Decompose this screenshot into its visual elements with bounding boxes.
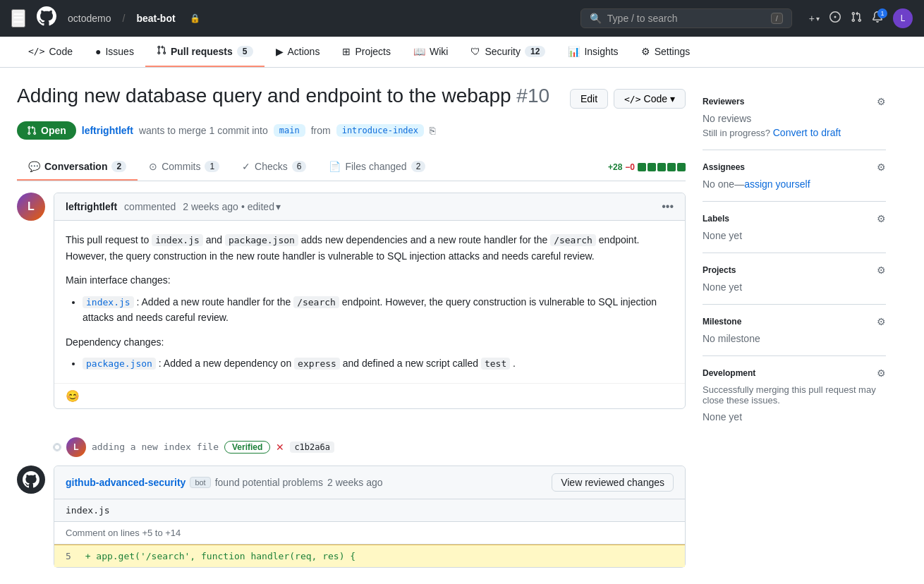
tab-conversation[interactable]: 💬 Conversation 2 xyxy=(17,154,138,181)
github-logo[interactable] xyxy=(37,6,56,30)
pr-author[interactable]: leftrightleft xyxy=(82,125,133,136)
commit-x-icon: ✕ xyxy=(276,442,284,453)
code-comment-lines: Comment on lines +5 to +14 xyxy=(54,522,685,545)
nav-wiki[interactable]: 📖 Wiki xyxy=(402,37,459,67)
sidebar-labels: Labels ⚙ None yet xyxy=(703,202,886,253)
bullet1-file[interactable]: index.js xyxy=(83,296,134,308)
issues-icon[interactable] xyxy=(829,11,841,25)
bot-comment-header: github-advanced-security bot found poten… xyxy=(54,466,685,499)
pr-tabs: 💬 Conversation 2 ⊙ Commits 1 ✓ Checks 6 … xyxy=(17,154,686,181)
projects-settings-icon[interactable]: ⚙ xyxy=(877,264,886,276)
comment-time: 2 weeks ago xyxy=(183,201,238,212)
projects-nav-icon: ⊞ xyxy=(342,46,351,57)
bullet2-code2: test xyxy=(481,358,510,370)
emoji-reaction-button[interactable]: 😊 xyxy=(66,389,80,403)
conversation-tab-icon: 💬 xyxy=(28,161,40,172)
dep-changes-heading: Dependency changes: xyxy=(66,334,674,350)
repo-name[interactable]: beat-bot xyxy=(136,13,175,24)
nav-insights[interactable]: 📊 Insights xyxy=(557,37,629,67)
diff-stats: +28 −0 xyxy=(608,162,686,172)
sidebar-reviewers: Reviewers ⚙ No reviews Still in progress… xyxy=(703,85,886,150)
timeline: L leftrightleft commented 2 weeks ago • … xyxy=(17,181,686,584)
code-button[interactable]: </> Code ▾ xyxy=(614,89,686,109)
comment-body: This pull request to index.js and packag… xyxy=(54,221,685,383)
reviewers-settings-icon[interactable]: ⚙ xyxy=(877,96,886,107)
pr-base-branch[interactable]: main xyxy=(274,124,305,137)
convert-to-draft-link[interactable]: Convert to draft xyxy=(773,127,841,138)
commit-hash[interactable]: c1b2a6a xyxy=(290,442,334,453)
nav-settings[interactable]: ⚙ Settings xyxy=(630,37,702,67)
nav-insights-label: Insights xyxy=(584,46,618,57)
top-nav: ☰ octodemo / beat-bot 🔒 🔍 Type / to sear… xyxy=(0,0,924,37)
tab-commits[interactable]: ⊙ Commits 1 xyxy=(138,154,231,181)
pr-head-branch[interactable]: introduce-index xyxy=(336,124,424,137)
bot-author[interactable]: github-advanced-security xyxy=(66,477,186,488)
checks-count: 6 xyxy=(292,161,307,172)
tab-checks[interactable]: ✓ Checks 6 xyxy=(231,154,317,181)
file1-code: index.js xyxy=(152,234,203,246)
development-sub-value: None yet xyxy=(703,411,886,422)
development-title: Development xyxy=(703,368,755,378)
milestone-title: Milestone xyxy=(703,317,741,327)
reviewers-title: Reviewers xyxy=(703,97,744,107)
sidebar-milestone: Milestone ⚙ No milestone xyxy=(703,305,886,356)
development-settings-icon[interactable]: ⚙ xyxy=(877,367,886,379)
milestone-settings-icon[interactable]: ⚙ xyxy=(877,316,886,327)
nav-projects[interactable]: ⊞ Projects xyxy=(331,37,402,67)
nav-actions[interactable]: ▶ Actions xyxy=(265,37,332,67)
search-bar[interactable]: 🔍 Type / to search / xyxy=(580,8,792,28)
sidebar-assignees: Assignees ⚙ No one—assign yourself xyxy=(703,150,886,202)
user-avatar[interactable]: L xyxy=(893,8,913,28)
nav-security[interactable]: 🛡 Security 12 xyxy=(459,37,557,67)
search-placeholder: Type / to search xyxy=(607,13,765,24)
notifications-icon[interactable]: 1 xyxy=(872,11,883,25)
files-tab-icon: 📄 xyxy=(329,161,341,172)
projects-value: None yet xyxy=(703,281,886,293)
development-value: Successfully merging this pull request m… xyxy=(703,384,886,406)
chevron-down-icon: ▾ xyxy=(276,201,281,212)
main-container: Adding new database query and endpoint t… xyxy=(0,68,903,584)
nav-pull-requests[interactable]: Pull requests 5 xyxy=(145,37,265,67)
copy-branch-icon[interactable]: ⎘ xyxy=(430,125,435,136)
comment-edited[interactable]: edited ▾ xyxy=(248,201,281,212)
bot-comment-box: github-advanced-security bot found poten… xyxy=(54,466,686,568)
comment-author[interactable]: leftrightleft xyxy=(66,201,117,212)
bot-action: found potential problems xyxy=(215,477,323,488)
nav-actions-label: Actions xyxy=(288,46,320,57)
bot-avatar xyxy=(17,466,45,494)
nav-issues-label: Issues xyxy=(105,46,133,57)
view-reviewed-changes-button[interactable]: View reviewed changes xyxy=(552,473,674,492)
labels-settings-icon[interactable]: ⚙ xyxy=(877,213,886,224)
diff-blocks xyxy=(638,163,686,171)
bullet1-code: /search xyxy=(293,296,339,308)
org-name[interactable]: octodemo xyxy=(68,13,111,24)
tab-files-changed[interactable]: 📄 Files changed 2 xyxy=(317,154,437,181)
diff-deletions: −0 xyxy=(625,162,635,172)
sidebar-development: Development ⚙ Successfully merging this … xyxy=(703,356,886,434)
bullet2-file[interactable]: package.json xyxy=(83,358,156,370)
issues-nav-icon: ● xyxy=(95,46,101,57)
nav-wiki-label: Wiki xyxy=(430,46,448,57)
diff-additions: +28 xyxy=(608,162,622,172)
pull-request-icon[interactable] xyxy=(851,11,862,25)
edit-button[interactable]: Edit xyxy=(570,89,608,109)
nav-code[interactable]: </> Code xyxy=(17,37,84,67)
code-snippet: 5 + app.get('/search', function handler(… xyxy=(54,545,685,567)
pr-count-badge: 5 xyxy=(237,46,253,57)
pr-number: #10 xyxy=(516,85,549,107)
pr-from-label: from xyxy=(311,125,331,136)
file2-code: package.json xyxy=(225,234,298,246)
comment-more-button[interactable]: ••• xyxy=(662,200,674,213)
reviewers-value: No reviews xyxy=(703,113,886,124)
assignees-settings-icon[interactable]: ⚙ xyxy=(877,162,886,173)
nav-issues[interactable]: ● Issues xyxy=(84,37,145,67)
repo-nav: </> Code ● Issues Pull requests 5 ▶ Acti… xyxy=(0,37,924,68)
timeline-item-comment: L leftrightleft commented 2 weeks ago • … xyxy=(17,193,686,420)
insights-nav-icon: 📊 xyxy=(568,46,580,57)
pr-action-text: wants to merge 1 commit into xyxy=(139,125,268,136)
assign-yourself-link[interactable]: assign yourself xyxy=(744,178,810,190)
new-item-button[interactable]: + ▾ xyxy=(809,13,820,24)
nav-separator: / xyxy=(122,13,125,24)
hamburger-button[interactable]: ☰ xyxy=(11,9,25,28)
diff-block-2 xyxy=(648,163,656,171)
